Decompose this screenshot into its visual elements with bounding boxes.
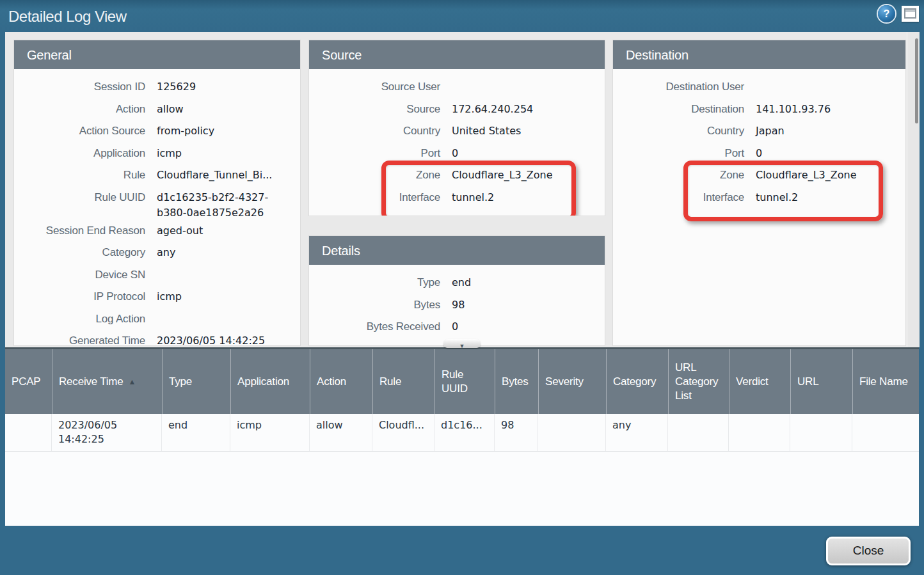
table-collapse-handle[interactable]: ▼	[443, 339, 481, 348]
field-row-rule-uuid: Rule UUIDd1c16235-b2f2-4327-b380-0ae1875…	[14, 187, 300, 221]
column-header-rule[interactable]: Rule	[372, 349, 434, 414]
field-row-source-port: Port0	[309, 143, 605, 166]
field-row-bytes-received: Bytes Received0	[309, 317, 605, 339]
column-header-bytes[interactable]: Bytes	[495, 349, 538, 414]
panel-details-title: Details	[309, 236, 605, 265]
log-entries-table: PCAP Receive Time▲ Type Application Acti…	[5, 347, 919, 526]
cell-url	[790, 414, 852, 451]
panel-destination-title: Destination	[613, 40, 905, 69]
scrollbar-thumb[interactable]	[915, 38, 918, 123]
field-row-category: Categoryany	[14, 242, 300, 265]
column-header-application[interactable]: Application	[230, 349, 310, 414]
field-row-ip-protocol: IP Protocolicmp	[14, 287, 300, 309]
sort-ascending-icon: ▲	[129, 375, 136, 389]
column-header-verdict[interactable]: Verdict	[729, 349, 790, 414]
panel-source-title: Source	[309, 40, 605, 69]
field-row-source-interface: Interfacetunnel.2	[309, 187, 605, 210]
field-row-log-action: Log Action	[14, 309, 300, 331]
panel-destination: Destination Destination User Destination…	[613, 40, 905, 345]
help-icon[interactable]: ?	[878, 5, 895, 22]
cell-url-category-list	[668, 414, 729, 451]
field-row-source: Source172.64.240.254	[309, 99, 605, 122]
panel-source: Source Source User Source172.64.240.254 …	[309, 40, 605, 216]
cell-file-name	[852, 414, 919, 451]
cell-bytes: 98	[495, 414, 538, 451]
window-maximize-icon[interactable]	[902, 6, 919, 22]
column-header-rule-uuid[interactable]: Rule UUID	[434, 349, 495, 414]
panel-general-title: General	[14, 40, 300, 69]
field-row-type: Typeend	[309, 272, 605, 295]
title-bar: Detailed Log View ?	[0, 0, 924, 32]
log-detail-content: General Session ID125629 Actionallow Act…	[5, 32, 919, 347]
field-row-source-country: CountryUnited States	[309, 121, 605, 143]
field-row-action-source: Action Sourcefrom-policy	[14, 121, 300, 143]
field-row-destination-zone: ZoneCloudflare_L3_Zone	[613, 165, 905, 187]
field-row-destination-interface: Interfacetunnel.2	[613, 187, 905, 210]
detailed-log-view-dialog: Detailed Log View ? General Session ID12…	[0, 0, 924, 575]
field-row-destination-country: CountryJapan	[613, 121, 905, 143]
panel-general: General Session ID125629 Actionallow Act…	[14, 40, 300, 345]
field-row-destination-user: Destination User	[613, 77, 905, 99]
field-row-destination-port: Port0	[613, 143, 905, 166]
cell-severity	[538, 414, 606, 451]
field-row-source-zone: ZoneCloudflare_L3_Zone	[309, 165, 605, 187]
chevron-down-icon: ▼	[459, 342, 465, 351]
field-row-application: Applicationicmp	[14, 143, 300, 166]
close-button[interactable]: Close	[826, 537, 911, 565]
column-header-file-name[interactable]: File Name	[852, 349, 919, 414]
cell-receive-time: 2023/06/05 14:42:25	[52, 414, 162, 451]
column-header-url-category-list[interactable]: URL Category List	[668, 349, 729, 414]
cell-rule-uuid: d1c16...	[434, 414, 495, 451]
window-glyph	[904, 8, 916, 19]
table-row[interactable]: 2023/06/05 14:42:25 end icmp allow Cloud…	[5, 414, 919, 452]
cell-category: any	[606, 414, 668, 451]
vertical-scrollbar[interactable]	[907, 32, 920, 347]
field-row-device-sn: Device SN	[14, 265, 300, 287]
field-row-session-end-reason: Session End Reasonaged-out	[14, 221, 300, 243]
column-header-receive-time[interactable]: Receive Time▲	[52, 349, 162, 414]
column-header-action[interactable]: Action	[310, 349, 372, 414]
column-header-url[interactable]: URL	[790, 349, 852, 414]
column-header-type[interactable]: Type	[162, 349, 230, 414]
cell-action: allow	[310, 414, 372, 451]
field-row-source-user: Source User	[309, 77, 605, 99]
field-row-generated-time: Generated Time2023/06/05 14:42:25	[14, 331, 300, 345]
column-header-pcap[interactable]: PCAP	[5, 349, 52, 414]
cell-pcap	[5, 414, 52, 451]
field-row-bytes: Bytes98	[309, 295, 605, 317]
cell-verdict	[729, 414, 790, 451]
field-row-action: Actionallow	[14, 99, 300, 122]
cell-application: icmp	[230, 414, 310, 451]
panel-details: Details Typeend Bytes98 Bytes Received0	[309, 236, 605, 345]
page-title: Detailed Log View	[8, 0, 127, 32]
column-header-severity[interactable]: Severity	[538, 349, 606, 414]
cell-type: end	[162, 414, 230, 451]
field-row-rule: RuleCloudflare_Tunnel_Bi...	[14, 165, 300, 187]
cell-rule: Cloudfl...	[372, 414, 434, 451]
field-row-session-id: Session ID125629	[14, 77, 300, 99]
column-header-category[interactable]: Category	[606, 349, 668, 414]
table-header-row: PCAP Receive Time▲ Type Application Acti…	[5, 349, 919, 414]
field-row-destination: Destination141.101.93.76	[613, 99, 905, 122]
